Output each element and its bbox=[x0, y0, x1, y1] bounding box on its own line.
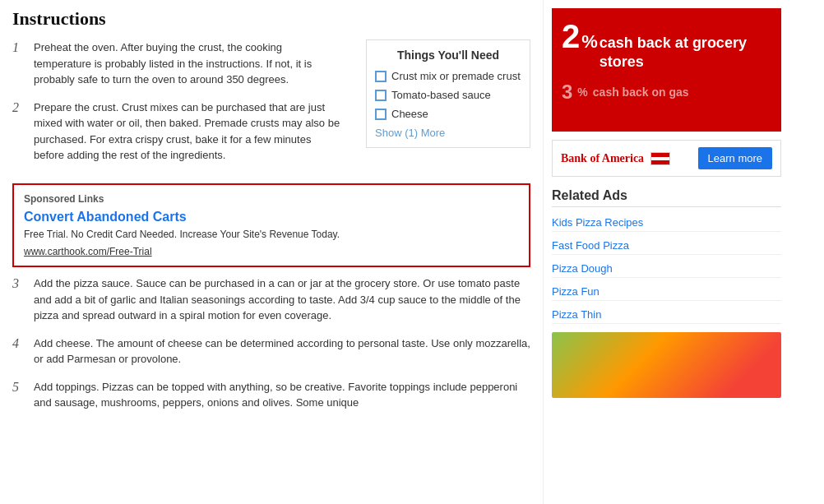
related-ads-title: Related Ads bbox=[552, 188, 781, 207]
step-text: Add the pizza sauce. Sauce can be purcha… bbox=[34, 275, 530, 324]
checklist-item: Cheese bbox=[375, 108, 521, 120]
step-number: 2 bbox=[12, 100, 25, 115]
bank-name: Bank of America bbox=[561, 152, 644, 164]
related-ad-link[interactable]: Fast Food Pizza bbox=[552, 237, 781, 255]
step-5: 5 Add toppings. Pizzas can be topped wit… bbox=[12, 379, 530, 411]
step-text: Add toppings. Pizzas can be topped with … bbox=[34, 379, 530, 411]
checklist-label: Cheese bbox=[391, 108, 428, 120]
percent-big: 2 bbox=[562, 20, 580, 53]
boa-flag-icon bbox=[650, 152, 670, 165]
related-ad-link[interactable]: Pizza Dough bbox=[552, 260, 781, 278]
checklist-item: Tomato-based sauce bbox=[375, 89, 521, 101]
checkbox-sauce[interactable] bbox=[375, 90, 387, 101]
related-ad-link[interactable]: Pizza Thin bbox=[552, 306, 781, 324]
things-panel-title: Things You'll Need bbox=[375, 49, 521, 62]
step-2: 2 Prepare the crust. Crust mixes can be … bbox=[12, 99, 341, 164]
related-ad-link[interactable]: Pizza Fun bbox=[552, 283, 781, 301]
step-text: Prepare the crust. Crust mixes can be pu… bbox=[34, 99, 341, 164]
learn-more-button[interactable]: Learn more bbox=[698, 147, 772, 169]
page-title: Instructions bbox=[12, 8, 530, 30]
step-number: 5 bbox=[12, 380, 25, 395]
step-text: Preheat the oven. After buying the crust… bbox=[34, 39, 341, 88]
percent-small: 3 bbox=[562, 81, 572, 104]
sponsored-box: Sponsored Links Convert Abandoned Carts … bbox=[12, 183, 530, 268]
percent-sign: % bbox=[581, 31, 598, 53]
boa-logo-area: Bank of America bbox=[561, 151, 670, 165]
steps-main: 3 Add the pizza sauce. Sauce can be purc… bbox=[12, 275, 530, 411]
food-image bbox=[552, 332, 781, 398]
gas-text: cash back on gas bbox=[593, 85, 689, 99]
step-text: Add cheese. The amount of cheese can be … bbox=[34, 335, 530, 368]
step-number: 1 bbox=[12, 40, 25, 55]
sponsored-desc: Free Trial. No Credit Card Needed. Incre… bbox=[24, 228, 519, 242]
step-1: 1 Preheat the oven. After buying the cru… bbox=[12, 39, 341, 88]
step-number: 3 bbox=[12, 276, 25, 291]
right-sidebar: 2 % cash back at grocery stores 3 % cash… bbox=[543, 0, 789, 504]
ad-banner-footer: Bank of America Learn more bbox=[552, 140, 781, 177]
step-number: 4 bbox=[12, 336, 25, 351]
things-panel: Things You'll Need Crust mix or premade … bbox=[366, 39, 530, 148]
sponsored-label: Sponsored Links bbox=[24, 193, 519, 205]
checkbox-cheese[interactable] bbox=[375, 109, 387, 120]
cash-back-text: cash back at grocery stores bbox=[599, 34, 771, 72]
checklist-label: Tomato-based sauce bbox=[391, 89, 491, 101]
show-more-link[interactable]: Show (1) More bbox=[375, 127, 521, 139]
steps-left: 1 Preheat the oven. After buying the cru… bbox=[12, 39, 341, 175]
related-ads-section: Related Ads Kids Pizza Recipes Fast Food… bbox=[552, 188, 781, 324]
checklist-label: Crust mix or premade crust bbox=[391, 70, 521, 82]
step-4: 4 Add cheese. The amount of cheese can b… bbox=[12, 335, 530, 368]
percent-sign-small: % bbox=[577, 86, 587, 99]
sponsored-url[interactable]: www.carthook.com/Free-Trial bbox=[24, 246, 152, 257]
checklist-item: Crust mix or premade crust bbox=[375, 70, 521, 82]
ad-banner: 2 % cash back at grocery stores 3 % cash… bbox=[552, 8, 781, 132]
step-3: 3 Add the pizza sauce. Sauce can be purc… bbox=[12, 275, 530, 324]
sponsored-title[interactable]: Convert Abandoned Carts bbox=[24, 210, 519, 224]
related-ad-link[interactable]: Kids Pizza Recipes bbox=[552, 214, 781, 232]
checkbox-crust[interactable] bbox=[375, 71, 387, 82]
